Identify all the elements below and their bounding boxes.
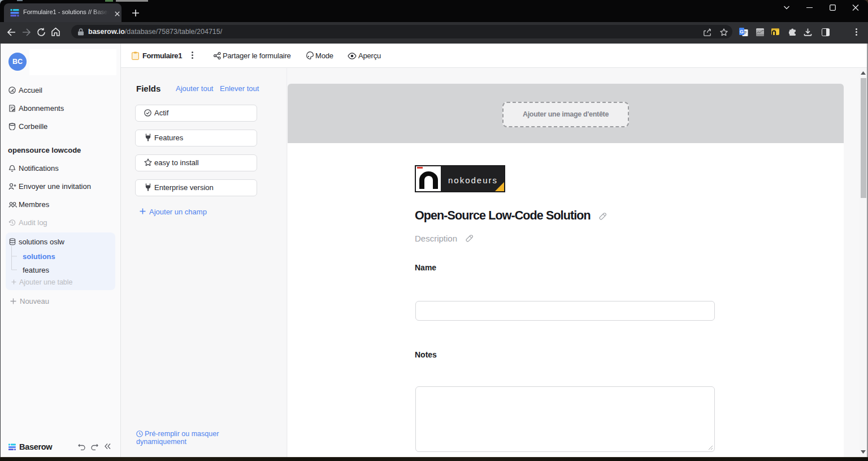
svg-text:G: G — [740, 29, 744, 35]
